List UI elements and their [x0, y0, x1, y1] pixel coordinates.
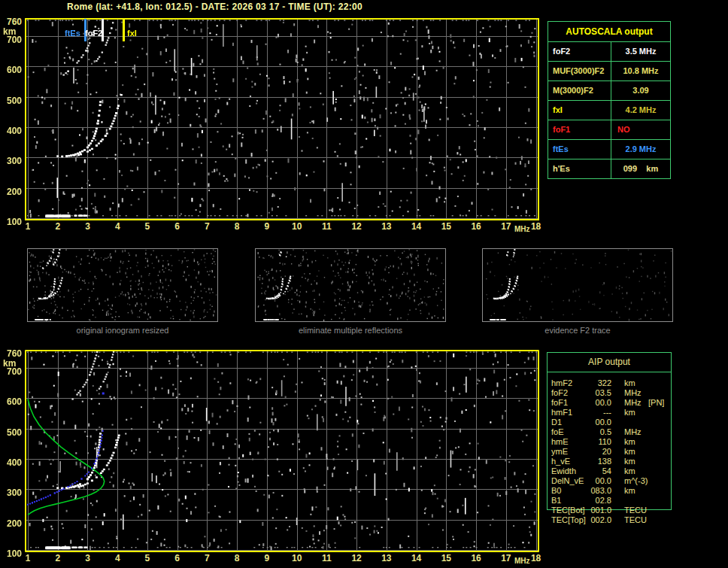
parameter-unit: km [624, 437, 635, 447]
thumbnail-f2-trace-canvas [483, 249, 672, 321]
parameter-unit: MHz [624, 427, 642, 437]
aip-row-d1: D100.0 [547, 418, 672, 427]
x-tick-label: 15 [437, 554, 455, 563]
x-tick-label: 17 [497, 222, 515, 231]
parameter-value: 3.5 MHz [611, 42, 670, 61]
aip-row-hme: hmE110km [547, 437, 672, 447]
parameter-value: NO [611, 120, 670, 139]
marker-line-fxi [123, 19, 125, 41]
x-tick-label: 11 [317, 554, 335, 563]
x-tick-label: 10 [288, 554, 306, 563]
autoscala-output-table: AUTOSCALA output foF23.5 MHzMUF(3000)F21… [548, 21, 671, 179]
parameter-value: 3.09 [611, 81, 670, 100]
marker-label-ftes: ftEs [65, 29, 80, 38]
thumbnail-caption-original: original ionogram resized [27, 326, 218, 335]
parameter-unit: km [624, 378, 635, 388]
parameter-name: D1 [551, 418, 562, 427]
x-tick-label: 14 [408, 222, 426, 231]
autoscala-row-fof2: foF23.5 MHz [548, 42, 670, 62]
parameter-value: 00.0 [568, 398, 611, 408]
parameter-name: foF2 [548, 42, 611, 61]
parameter-name: B0 [551, 486, 561, 496]
parameter-value: 322 [568, 378, 611, 388]
x-axis-unit: MHz [514, 226, 530, 233]
aip-row-b1: B102.8 [547, 496, 672, 506]
x-tick-label: 4 [108, 554, 126, 563]
aip-row-tecbot: TEC[Bot]001.0TECU [547, 506, 672, 515]
y-tick-label: 600 [0, 65, 22, 74]
parameter-unit: km [624, 486, 635, 496]
autoscala-row-muf3000f2: MUF(3000)F210.8 MHz [548, 62, 670, 81]
y-tick-label: 300 [0, 156, 22, 166]
parameter-name: B1 [551, 496, 561, 506]
parameter-name: foF2 [551, 388, 568, 398]
y-tick-label: 400 [0, 126, 22, 135]
x-tick-label: 2 [49, 554, 67, 563]
parameter-value: 03.5 [568, 388, 611, 398]
parameter-value: 001.0 [568, 506, 611, 515]
parameter-value: 083.0 [568, 486, 611, 496]
parameter-name: h'Es [548, 159, 611, 178]
aip-row-fof2: foF203.5MHz [547, 388, 672, 398]
x-tick-label: 5 [138, 222, 156, 231]
x-tick-label: 5 [138, 554, 156, 563]
y-tick-label: 760 [0, 349, 22, 358]
parameter-unit: MHz [624, 398, 642, 408]
parameter-name: M(3000)F2 [548, 81, 611, 100]
parameter-unit: TECU [624, 515, 647, 525]
x-tick-label: 9 [258, 222, 276, 231]
parameter-value: 4.2 MHz [611, 101, 670, 120]
parameter-flag: [PN] [648, 398, 664, 408]
parameter-unit: km [624, 408, 635, 418]
parameter-value: 20 [568, 447, 611, 457]
autoscala-row-m3000f2: M(3000)F23.09 [548, 81, 670, 101]
y-tick-label: 200 [0, 519, 22, 528]
parameter-name: hmE [551, 437, 569, 447]
parameter-unit: km [624, 466, 635, 476]
parameter-value: 002.0 [568, 515, 611, 525]
y-axis-unit: km [3, 27, 16, 36]
parameter-unit: km [624, 457, 635, 466]
autoscala-row-hes: h'Es099 km [548, 159, 670, 178]
x-axis-unit: MHz [514, 557, 530, 565]
x-tick-label: 1 [19, 554, 37, 563]
ionogram-plot-main [25, 18, 539, 220]
y-tick-label: 760 [0, 17, 22, 26]
x-tick-label: 4 [108, 222, 126, 231]
parameter-unit: km [624, 447, 635, 457]
parameter-value: 110 [568, 437, 611, 447]
x-tick-label: 12 [347, 554, 366, 563]
x-tick-label: 3 [78, 222, 96, 231]
y-tick-label: 500 [0, 428, 22, 437]
parameter-value: 138 [568, 457, 611, 466]
x-tick-label: 7 [198, 554, 216, 563]
thumbnail-original-ionogram [27, 248, 218, 322]
x-tick-label: 11 [317, 222, 335, 231]
autoscala-table-rows: foF23.5 MHzMUF(3000)F210.8 MHzM(3000)F23… [548, 42, 670, 178]
x-tick-label: 8 [228, 554, 246, 563]
autoscala-row-fxi: fxI4.2 MHz [548, 101, 670, 120]
marker-label-fof2: foF2 [85, 29, 102, 38]
marker-label-fxi: fxI [127, 29, 137, 38]
parameter-value: 00.0 [568, 418, 611, 427]
x-tick-label: 16 [467, 554, 485, 563]
x-tick-label: 3 [78, 554, 96, 563]
thumbnail-original-canvas [28, 249, 217, 321]
x-tick-label: 12 [347, 222, 366, 231]
parameter-name: foE [551, 427, 564, 437]
ionogram-plot-profile [25, 350, 539, 552]
aip-row-tectop: TEC[Top]002.0TECU [547, 515, 672, 525]
x-tick-label: 13 [378, 554, 396, 563]
x-tick-label: 14 [408, 554, 426, 563]
x-tick-label: 13 [378, 222, 396, 231]
y-tick-label: 400 [0, 458, 22, 467]
y-tick-label: 200 [0, 187, 22, 196]
y-tick-label: 500 [0, 96, 22, 105]
parameter-value: 02.8 [568, 496, 611, 506]
parameter-unit: TECU [624, 506, 647, 515]
aip-row-fof1: foF100.0MHz[PN] [547, 398, 672, 408]
parameter-unit: MHz [624, 388, 642, 398]
parameter-value: --- [568, 408, 611, 418]
station-title: Rome (lat: +41.8, lon: 012.5) - DATE: 20… [67, 2, 362, 12]
parameter-name: MUF(3000)F2 [548, 62, 611, 80]
